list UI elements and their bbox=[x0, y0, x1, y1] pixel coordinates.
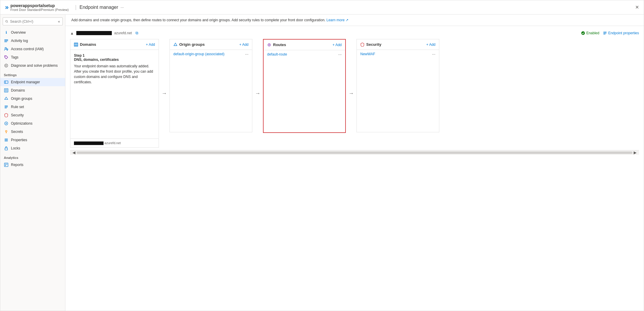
domains-step-label: Step 1 DNS, domains, certificates bbox=[74, 53, 155, 62]
scroll-right-button[interactable]: ▶ bbox=[634, 150, 637, 155]
endpoint-area: ▲ azurefd.net ⧉ Enabled Endpoint propert… bbox=[65, 26, 644, 159]
sidebar-label-endpoint-manager: Endpoint manager bbox=[11, 80, 40, 84]
search-box[interactable]: « bbox=[3, 17, 63, 25]
header-logo: » powerappsportalsetup Front Door Standa… bbox=[5, 3, 69, 12]
properties-icon bbox=[4, 138, 9, 142]
svg-point-6 bbox=[7, 49, 8, 50]
security-item-0: NewWAF ··· bbox=[357, 50, 439, 58]
endpoint-header-right: Enabled Endpoint properties bbox=[581, 31, 639, 35]
sidebar-item-endpoint-manager[interactable]: Endpoint manager bbox=[0, 78, 65, 86]
learn-more-link[interactable]: Learn more ↗ bbox=[327, 18, 349, 22]
route-link-0[interactable]: default-route bbox=[267, 52, 338, 56]
add-security-button[interactable]: + Add bbox=[426, 43, 435, 47]
sidebar-item-reports[interactable]: Reports bbox=[0, 161, 65, 169]
origin-group-link-0[interactable]: default-origin-group (associated) bbox=[173, 52, 245, 56]
sidebar-label-optimizations: Optimizations bbox=[11, 121, 33, 126]
sidebar-label-properties: Properties bbox=[11, 138, 27, 142]
svg-rect-37 bbox=[75, 43, 76, 44]
endpoint-properties-label: Endpoint properties bbox=[608, 31, 639, 35]
column-routes: Routes + Add default-route ··· bbox=[263, 39, 346, 133]
scroll-left-button[interactable]: ◀ bbox=[72, 150, 75, 155]
add-domain-button[interactable]: + Add bbox=[146, 43, 155, 47]
access-control-icon bbox=[4, 47, 9, 51]
sidebar-item-origin-groups[interactable]: Origin groups bbox=[0, 95, 65, 103]
sidebar-item-rule-set[interactable]: Rule set bbox=[0, 103, 65, 111]
step-label-text: Step 1 bbox=[74, 53, 85, 58]
column-title-label-security: Security bbox=[366, 42, 381, 47]
svg-rect-2 bbox=[4, 40, 8, 40]
info-text: Add domains and create origin groups, th… bbox=[71, 18, 325, 22]
settings-section-title: Settings bbox=[0, 70, 65, 78]
sidebar-label-domains: Domains bbox=[11, 88, 25, 92]
add-origin-group-button[interactable]: + Add bbox=[239, 43, 248, 47]
column-title-label-domains: Domains bbox=[80, 42, 96, 47]
sidebar-item-overview[interactable]: ℹ Overview bbox=[0, 28, 65, 37]
route-item-0: default-route ··· bbox=[264, 50, 345, 58]
svg-point-5 bbox=[5, 48, 7, 49]
locks-icon bbox=[4, 146, 9, 151]
security-more-0[interactable]: ··· bbox=[432, 52, 435, 56]
scroll-bar-area: ◀ ▶ bbox=[70, 150, 639, 155]
origin-groups-icon bbox=[4, 96, 9, 101]
reports-icon bbox=[4, 162, 9, 167]
arrow-right-icon-3: → bbox=[348, 90, 354, 97]
svg-rect-4 bbox=[4, 42, 7, 42]
search-input[interactable] bbox=[10, 19, 56, 24]
endpoint-properties-button[interactable]: Endpoint properties bbox=[603, 31, 639, 35]
svg-marker-41 bbox=[174, 43, 177, 45]
collapse-button[interactable]: « bbox=[58, 19, 60, 24]
sidebar-item-locks[interactable]: Locks bbox=[0, 144, 65, 152]
domains-col-icon bbox=[74, 43, 78, 47]
sidebar-item-activity-log[interactable]: Activity log bbox=[0, 37, 65, 45]
arrow-2: → bbox=[252, 39, 263, 148]
sidebar-label-reports: Reports bbox=[11, 163, 23, 167]
sidebar-item-tags[interactable]: Tags bbox=[0, 53, 65, 61]
security-link-0[interactable]: NewWAF bbox=[360, 52, 432, 56]
learn-more-label: Learn more bbox=[327, 18, 345, 22]
column-title-label-routes: Routes bbox=[273, 43, 286, 47]
header-more-button[interactable]: ··· bbox=[121, 5, 124, 9]
domains-icon bbox=[4, 88, 9, 93]
sidebar-item-diagnose[interactable]: Diagnose and solve problems bbox=[0, 61, 65, 70]
info-bar: Add domains and create origin groups, th… bbox=[65, 14, 644, 26]
resource-name: powerappsportalsetup bbox=[10, 3, 69, 8]
svg-rect-23 bbox=[6, 132, 7, 133]
scroll-track[interactable] bbox=[77, 152, 632, 154]
svg-rect-24 bbox=[5, 139, 8, 139]
arrow-3: → bbox=[346, 39, 356, 148]
svg-rect-19 bbox=[5, 108, 7, 108]
column-header-domains: Domains + Add bbox=[70, 39, 159, 50]
svg-point-21 bbox=[6, 123, 7, 124]
endpoint-collapse-button[interactable]: ▲ bbox=[70, 31, 74, 35]
sidebar-label-rule-set: Rule set bbox=[11, 105, 24, 109]
sidebar-item-domains[interactable]: Domains bbox=[0, 86, 65, 95]
add-route-button[interactable]: + Add bbox=[333, 43, 342, 47]
svg-point-7 bbox=[5, 56, 6, 57]
column-domains: Domains + Add Step 1 DNS, domains, certi… bbox=[70, 39, 159, 148]
column-title-security: Security bbox=[360, 42, 381, 47]
sidebar-item-optimizations[interactable]: Optimizations bbox=[0, 119, 65, 128]
svg-rect-25 bbox=[5, 140, 8, 140]
svg-rect-33 bbox=[603, 32, 607, 32]
svg-rect-27 bbox=[5, 148, 8, 150]
header: » powerappsportalsetup Front Door Standa… bbox=[0, 0, 644, 14]
column-body-routes bbox=[264, 58, 345, 132]
route-more-0[interactable]: ··· bbox=[338, 52, 342, 57]
arrow-1: → bbox=[159, 39, 170, 148]
resource-subtitle: Front Door Standard/Premium (Preview) bbox=[10, 8, 69, 12]
sidebar-item-security[interactable]: Security bbox=[0, 111, 65, 119]
svg-point-0 bbox=[6, 20, 7, 22]
search-icon bbox=[5, 20, 8, 23]
sidebar-item-secrets[interactable]: Secrets bbox=[0, 128, 65, 136]
svg-line-1 bbox=[7, 22, 8, 22]
close-button[interactable]: ✕ bbox=[635, 4, 639, 10]
copy-icon[interactable]: ⧉ bbox=[135, 31, 138, 35]
sidebar-label-secrets: Secrets bbox=[11, 130, 23, 134]
svg-marker-16 bbox=[5, 97, 8, 100]
svg-rect-15 bbox=[7, 91, 7, 92]
column-security: Security + Add NewWAF ··· bbox=[356, 39, 439, 132]
origin-group-more-0[interactable]: ··· bbox=[245, 52, 248, 56]
security-col-icon bbox=[360, 43, 364, 47]
sidebar-item-properties[interactable]: Properties bbox=[0, 136, 65, 144]
sidebar-item-access-control[interactable]: Access control (IAM) bbox=[0, 45, 65, 53]
